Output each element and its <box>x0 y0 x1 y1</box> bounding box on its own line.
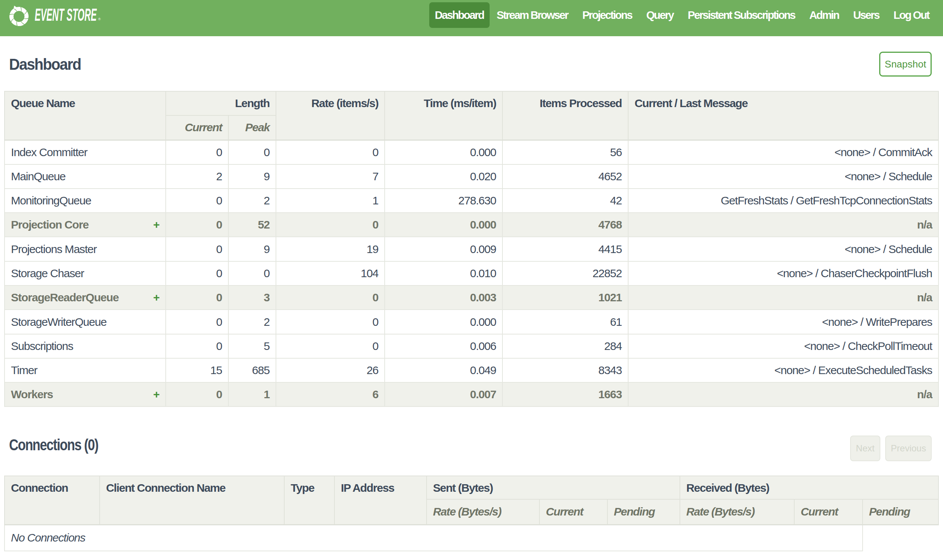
svg-text:®: ® <box>98 17 101 21</box>
svg-text:EVENT STORE: EVENT STORE <box>35 5 97 25</box>
